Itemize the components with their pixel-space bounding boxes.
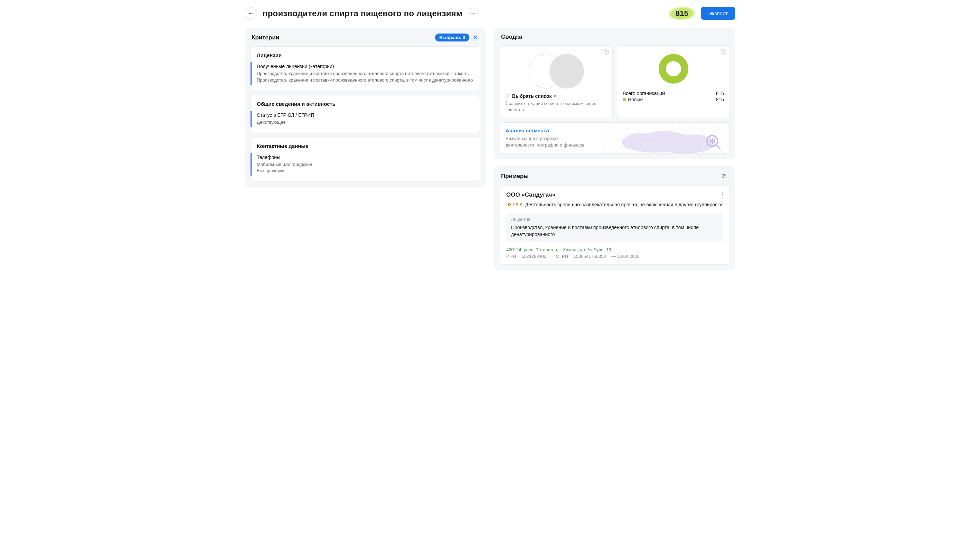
criteria-item[interactable]: Телефоны Мобильные или городские Без про… bbox=[251, 153, 474, 176]
close-icon: ✕ bbox=[473, 35, 477, 40]
more-menu-button[interactable]: ⋯ bbox=[468, 9, 477, 18]
venn-diagram bbox=[506, 51, 607, 93]
license-box: Лицензия Производство, хранение и постав… bbox=[506, 213, 723, 242]
criteria-group-title: Общие сведения и активность bbox=[257, 101, 474, 107]
criteria-item-value: Действующее bbox=[257, 119, 474, 126]
criteria-item-label: Статус в ЕГРЮЛ / ЕГРИП bbox=[257, 112, 474, 118]
analysis-description: Визуализация в разрезах: деятельности, г… bbox=[506, 135, 724, 149]
org-address: 420124, респ. Татарстан, г. Казань, ул. … bbox=[506, 247, 723, 252]
summary-heading: Сводка bbox=[501, 33, 522, 40]
legend-dot-icon bbox=[623, 98, 626, 101]
ogrn-label: ОГРН bbox=[556, 254, 568, 259]
analysis-card[interactable]: Анализ сегмента → Визуализация в разреза… bbox=[500, 123, 730, 154]
result-count-badge: 815 bbox=[670, 8, 694, 19]
criteria-item[interactable]: Полученные лицензии (категории) Производ… bbox=[251, 62, 474, 85]
compare-hint: Сравните текущий сегмент со списком свои… bbox=[506, 101, 607, 113]
refresh-button[interactable]: ⟳ bbox=[719, 172, 729, 181]
page-title: производители спирта пищевого по лицензи… bbox=[262, 9, 462, 18]
criteria-item-label: Телефоны bbox=[257, 154, 474, 160]
inn-value: 5524288402 bbox=[522, 254, 546, 259]
help-icon[interactable]: ? bbox=[603, 49, 609, 55]
inn-label: ИНН bbox=[506, 254, 516, 259]
criteria-group: Общие сведения и активность Статус в ЕГР… bbox=[250, 95, 480, 133]
analysis-link-label: Анализ сегмента bbox=[506, 127, 549, 134]
reg-date: 30.04.2018 bbox=[617, 254, 640, 259]
heart-icon: ♡ bbox=[506, 93, 510, 99]
chevron-down-icon: ▾ bbox=[554, 94, 556, 99]
card-menu-button[interactable]: ⋮ bbox=[720, 191, 725, 197]
total-orgs-label: Всего организаций bbox=[623, 91, 665, 96]
criteria-item[interactable]: Статус в ЕГРЮЛ / ЕГРИП Действующее bbox=[251, 111, 474, 127]
criteria-group-title: Лицензии bbox=[257, 52, 474, 58]
dots-horizontal-icon: ⋯ bbox=[469, 10, 476, 17]
criteria-panel: Критерии Выбрано: 3 ✕ Лицензии Полученны… bbox=[245, 28, 486, 187]
page-header: ← производители спирта пищевого по лицен… bbox=[245, 7, 735, 20]
select-list-label: Выбрать список bbox=[512, 93, 552, 99]
summary-panel: Сводка ? ♡ Выбрать список ▾ Сравните bbox=[494, 28, 735, 159]
okved-line: 93.29.9. Деятельность зрелищно-развлекат… bbox=[506, 201, 723, 208]
license-text: Производство, хранение и поставки произв… bbox=[511, 224, 718, 238]
license-label: Лицензия bbox=[511, 217, 718, 222]
analysis-link[interactable]: Анализ сегмента → bbox=[506, 127, 556, 134]
ogrn-value: 1536541760358 bbox=[574, 254, 606, 259]
help-icon[interactable]: ? bbox=[720, 49, 726, 55]
compare-card: ? ♡ Выбрать список ▾ Сравните текущий се… bbox=[500, 45, 612, 118]
criteria-item-value: Производство, хранение и поставки произв… bbox=[257, 77, 474, 84]
org-registration-line: ИНН 5524288402 ОГРН 1536541760358 — 30.0… bbox=[506, 254, 723, 259]
criteria-group: Лицензии Полученные лицензии (категории)… bbox=[250, 46, 480, 91]
criteria-group-title: Контактные данные bbox=[257, 143, 474, 149]
criteria-group: Контактные данные Телефоны Мобильные или… bbox=[250, 137, 480, 182]
clear-selection-button[interactable]: ✕ bbox=[471, 34, 479, 41]
criteria-item-value: Без проверки bbox=[257, 168, 474, 174]
donut-chart bbox=[623, 51, 724, 90]
criteria-item-value: Производство, хранение и поставки произв… bbox=[257, 70, 474, 77]
select-list-dropdown[interactable]: ♡ Выбрать список ▾ bbox=[506, 93, 607, 99]
selected-count-chip[interactable]: Выбрано: 3 bbox=[435, 33, 469, 41]
examples-panel: Примеры ⟳ ⋮ ООО «Сандугач» 93.29.9. Деят… bbox=[494, 166, 735, 270]
criteria-item-value: Мобильные или городские bbox=[257, 161, 474, 168]
export-button[interactable]: Экспорт bbox=[701, 7, 735, 20]
org-name[interactable]: ООО «Сандугач» bbox=[506, 191, 723, 198]
new-orgs-label: Новые bbox=[628, 97, 643, 102]
new-orgs-value: 815 bbox=[716, 97, 724, 102]
refresh-icon: ⟳ bbox=[722, 172, 726, 180]
examples-heading: Примеры bbox=[501, 173, 529, 180]
back-button[interactable]: ← bbox=[245, 7, 257, 20]
totals-card: ? Всего организаций 815 Новые bbox=[617, 45, 730, 118]
criteria-item-label: Полученные лицензии (категории) bbox=[257, 64, 474, 69]
okved-text: Деятельность зрелищно-развлекательная пр… bbox=[524, 202, 722, 207]
total-orgs-value: 815 bbox=[716, 91, 724, 96]
arrow-left-icon: ← bbox=[248, 10, 254, 17]
example-org-card: ⋮ ООО «Сандугач» 93.29.9. Деятельность з… bbox=[500, 186, 730, 265]
arrow-right-icon: → bbox=[550, 127, 556, 134]
criteria-heading: Критерии bbox=[251, 34, 279, 41]
dots-vertical-icon: ⋮ bbox=[720, 191, 725, 197]
okved-code: 93.29.9. bbox=[506, 202, 524, 207]
